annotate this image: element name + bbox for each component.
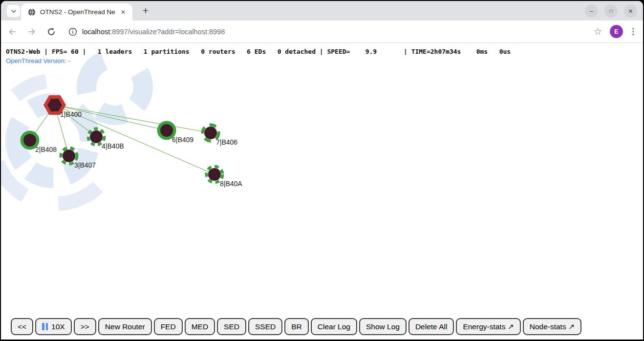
node-label: 3|B407 <box>74 161 96 169</box>
tab-strip: OTNS2 - OpenThread Ne ✕ + – □ ✕ <box>1 1 643 21</box>
url-input[interactable]: localhost:8997/visualize?addr=localhost:… <box>64 23 590 40</box>
node-core <box>63 149 75 162</box>
address-bar: localhost:8997/visualize?addr=localhost:… <box>1 21 643 43</box>
graph-node[interactable]: 4|B40B <box>88 129 124 150</box>
page-content: 1|B4002|B4083|B4074|B40B6|B4097|B4068|B4… <box>1 43 643 340</box>
toolbar-button-label: Delete All <box>415 322 447 331</box>
tab-close-icon[interactable]: ✕ <box>119 8 128 17</box>
active-tab[interactable]: OTNS2 - OpenThread Ne ✕ <box>21 3 132 21</box>
window-controls: – □ ✕ <box>585 4 637 18</box>
node-label: 4|B40B <box>102 142 124 150</box>
toolbar-button-clear-log[interactable]: Clear Log <box>311 318 357 335</box>
toolbar-button-label: << <box>18 322 26 331</box>
node-core <box>208 168 221 181</box>
simulator-status-text: OTNS2-Web | FPS= 60 | 1 leaders 1 partit… <box>6 48 511 55</box>
graph-node[interactable]: 7|B406 <box>203 125 238 147</box>
tab-search-button[interactable] <box>7 5 20 17</box>
toolbar-button-fed[interactable]: FED <box>154 318 183 335</box>
url-path: :8997/visualize?addr=localhost:8998 <box>110 28 225 36</box>
toolbar-button-label: Clear Log <box>318 322 350 331</box>
back-button[interactable] <box>4 23 21 40</box>
graph-node[interactable]: 6|B409 <box>157 121 194 144</box>
node-core <box>90 130 103 143</box>
tab-title: OTNS2 - OpenThread Ne <box>40 8 119 16</box>
back-arrow-icon <box>7 27 17 37</box>
toolbar-button-show-log[interactable]: Show Log <box>359 318 407 335</box>
bookmark-star-icon[interactable]: ☆ <box>594 26 602 37</box>
pause-icon <box>42 323 48 330</box>
graph-node[interactable]: 1|B400 <box>43 95 82 118</box>
node-label: 2|B408 <box>35 146 57 153</box>
toolbar-button-label: 10X <box>51 322 65 331</box>
url-text: localhost:8997/visualize?addr=localhost:… <box>82 28 225 36</box>
browser-window: OTNS2 - OpenThread Ne ✕ + – □ ✕ <box>1 1 643 340</box>
toolbar-button-label: Energy-stats ↗ <box>463 322 514 331</box>
toolbar-button-pause-speed[interactable]: 10X <box>35 318 72 335</box>
graph-node[interactable]: 8|B40A <box>207 167 243 188</box>
toolbar-button-label: BR <box>291 322 302 331</box>
browser-menu-icon[interactable]: ⋮ <box>629 26 637 37</box>
openthread-version-link[interactable]: OpenThread Version: - <box>6 57 70 64</box>
toolbar: <<10X>>New RouterFEDMEDSEDSSEDBRClear Lo… <box>11 318 581 335</box>
url-host: localhost <box>82 28 110 36</box>
reload-icon <box>46 27 56 37</box>
info-icon <box>68 27 77 36</box>
toolbar-button-label: Show Log <box>366 322 400 331</box>
chevron-down-icon <box>11 8 17 14</box>
toolbar-button-label: >> <box>81 322 89 331</box>
node-core <box>23 134 36 147</box>
node-label: 1|B400 <box>60 110 82 118</box>
node-core <box>160 124 173 137</box>
toolbar-button-energy-stats[interactable]: Energy-stats ↗ <box>456 318 520 335</box>
node-label: 7|B406 <box>216 138 237 146</box>
graph-canvas: 1|B4002|B4083|B4074|B40B6|B4097|B4068|B4… <box>1 43 643 339</box>
toolbar-button-label: MED <box>192 322 208 331</box>
toolbar-button-step-back[interactable]: << <box>11 318 33 335</box>
profile-avatar[interactable]: E <box>610 25 623 38</box>
toolbar-button-node-stats[interactable]: Node-stats ↗ <box>523 318 581 335</box>
close-button[interactable]: ✕ <box>624 4 637 18</box>
toolbar-button-label: Node-stats ↗ <box>530 322 575 331</box>
node-label: 8|B40A <box>220 180 242 188</box>
forward-button[interactable] <box>23 23 40 40</box>
forward-arrow-icon <box>27 27 37 37</box>
node-core <box>204 127 217 139</box>
toolbar-button-label: New Router <box>105 322 145 331</box>
new-tab-button[interactable]: + <box>139 4 152 17</box>
toolbar-button-label: SED <box>224 322 239 331</box>
toolbar-button-med[interactable]: MED <box>185 318 215 335</box>
toolbar-button-sed[interactable]: SED <box>217 318 246 335</box>
toolbar-button-label: SSED <box>255 322 276 331</box>
node-label: 6|B409 <box>172 136 193 144</box>
reload-button[interactable] <box>43 23 60 40</box>
minimize-button[interactable]: – <box>585 4 598 18</box>
toolbar-button-delete-all[interactable]: Delete All <box>408 318 454 335</box>
toolbar-button-step-forward[interactable]: >> <box>74 318 96 335</box>
globe-favicon-icon <box>28 8 36 16</box>
toolbar-button-new-router[interactable]: New Router <box>98 318 152 335</box>
graph-nodes: 1|B4002|B4083|B4074|B40B6|B4097|B4068|B4… <box>21 95 243 188</box>
maximize-button[interactable]: □ <box>604 4 618 18</box>
toolbar-button-br[interactable]: BR <box>284 318 309 335</box>
toolbar-button-label: FED <box>161 322 176 331</box>
toolbar-button-ssed[interactable]: SSED <box>248 318 282 335</box>
